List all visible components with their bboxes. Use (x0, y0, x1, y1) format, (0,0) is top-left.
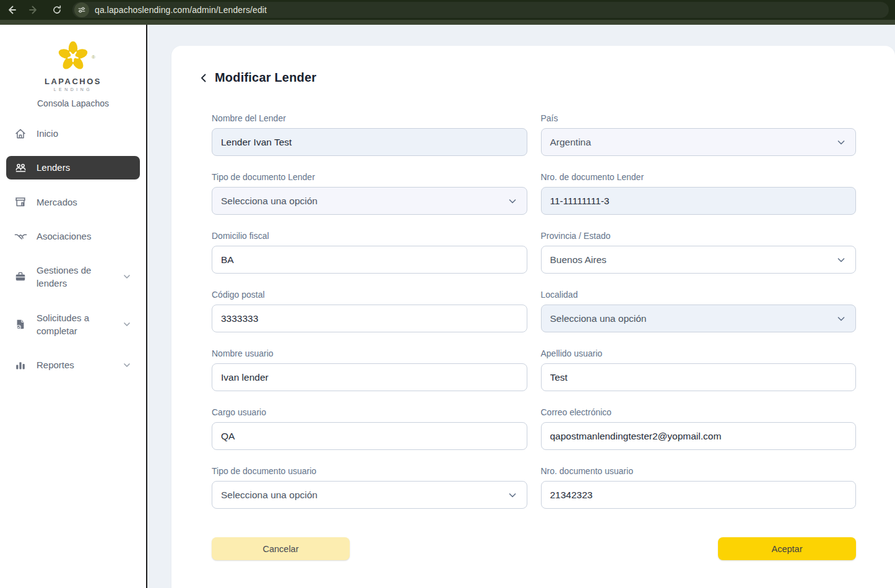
cargo-usuario-input[interactable] (212, 422, 527, 450)
chevron-down-icon (122, 360, 132, 370)
console-label: Consola Lapachos (0, 98, 146, 108)
sidebar-item-label: Lenders (37, 161, 70, 174)
users-icon (14, 162, 28, 174)
provincia-estado-select[interactable]: Buenos Aires (541, 246, 857, 274)
sidebar-item-reportes[interactable]: Reportes (6, 353, 140, 376)
storefront-icon (14, 196, 28, 208)
sidebar-item-label: Reportes (37, 358, 74, 371)
app-window: ® LAPACHOS LENDING Consola Lapachos Inic… (0, 25, 895, 588)
field-domicilio-fiscal: Domicilio fiscal (212, 231, 527, 274)
field-nro-de-documento-lender: Nro. de documento Lender (541, 172, 857, 215)
home-icon (14, 128, 28, 140)
select-value: Selecciona una opción (221, 490, 318, 501)
brand-logo: ® LAPACHOS LENDING Consola Lapachos (0, 25, 146, 108)
main-area: Modificar Lender Nombre del Lender País … (147, 25, 895, 588)
chevron-down-icon (122, 272, 132, 282)
tipo-documento-lender-select[interactable]: Selecciona una opción (212, 187, 527, 215)
page-title: Modificar Lender (215, 71, 316, 85)
field-label: Apellido usuario (541, 348, 857, 358)
chevron-down-icon (836, 313, 847, 324)
field-label: Localidad (541, 290, 857, 300)
chevron-down-icon (836, 254, 847, 266)
field-label: Nro. de documento Lender (541, 172, 857, 182)
field-label: País (541, 113, 857, 123)
chevron-down-icon (507, 196, 518, 207)
sidebar-item-gestiones-de-lenders[interactable]: Gestiones de lenders (6, 259, 140, 295)
url-text[interactable]: qa.lapachoslending.com/admin/Lenders/edi… (95, 5, 267, 15)
sidebar-item-label: Gestiones de lenders (37, 264, 111, 290)
nombre-del-lender-input[interactable] (212, 128, 527, 156)
chevron-down-icon (836, 137, 847, 148)
field-tipo-de-documento-lender: Tipo de documento Lender Selecciona una … (212, 172, 527, 215)
browser-reload-button[interactable] (50, 3, 64, 17)
select-value: Selecciona una opción (221, 196, 318, 207)
field-label: Nombre del Lender (212, 113, 527, 123)
domicilio-fiscal-input[interactable] (212, 246, 527, 274)
field-correo-electronico: Correo electrónico (541, 407, 857, 450)
field-cargo-usuario: Cargo usuario (212, 407, 527, 450)
document-check-icon (14, 318, 28, 331)
chrome-strip (0, 20, 895, 25)
field-label: Código postal (212, 290, 527, 300)
field-label: Domicilio fiscal (212, 231, 527, 241)
sidebar-item-lenders[interactable]: Lenders (6, 156, 140, 179)
field-label: Provincia / Estado (541, 231, 857, 241)
sidebar-item-label: Inicio (37, 127, 58, 140)
correo-electronico-input[interactable] (541, 422, 857, 450)
sidebar-item-label: Asociaciones (37, 230, 91, 243)
field-label: Tipo de documento Lender (212, 172, 527, 182)
pais-select[interactable]: Argentina (541, 128, 857, 156)
nombre-usuario-input[interactable] (212, 363, 527, 391)
field-nro-documento-usuario: Nro. documento usuario (541, 466, 857, 509)
field-pais: País Argentina (541, 113, 857, 156)
browser-back-button[interactable] (4, 3, 18, 17)
brand-tagline: LENDING (0, 87, 146, 92)
field-apellido-usuario: Apellido usuario (541, 348, 857, 391)
sidebar-item-solicitudes-a-completar[interactable]: Solicitudes a completar (6, 306, 140, 343)
cancel-button[interactable]: Cancelar (212, 537, 350, 560)
edit-lender-card: Modificar Lender Nombre del Lender País … (171, 46, 895, 588)
handshake-icon (14, 230, 28, 243)
field-label: Nro. documento usuario (541, 466, 857, 476)
field-nombre-usuario: Nombre usuario (212, 348, 527, 391)
nro-documento-usuario-input[interactable] (541, 481, 857, 509)
field-provincia-estado: Provincia / Estado Buenos Aires (541, 231, 857, 274)
bar-chart-icon (14, 359, 28, 371)
select-value: Selecciona una opción (550, 313, 647, 324)
page-header: Modificar Lender (199, 71, 895, 85)
field-localidad: Localidad Selecciona una opción (541, 290, 857, 332)
apellido-usuario-input[interactable] (541, 363, 857, 391)
browser-chrome: qa.lapachoslending.com/admin/Lenders/edi… (0, 0, 895, 25)
field-codigo-postal: Código postal (212, 290, 527, 332)
field-label: Nombre usuario (212, 348, 527, 358)
field-nombre-del-lender: Nombre del Lender (212, 113, 527, 156)
sidebar-item-label: Mercados (37, 196, 77, 209)
chevron-down-icon (122, 319, 132, 329)
lapachos-flower-icon (56, 40, 90, 73)
chevron-down-icon (507, 490, 518, 501)
sidebar-item-inicio[interactable]: Inicio (6, 122, 140, 145)
browser-forward-button[interactable] (27, 3, 41, 17)
address-bar[interactable]: qa.lapachoslending.com/admin/Lenders/edi… (72, 2, 889, 18)
field-tipo-de-documento-usuario: Tipo de documento usuario Selecciona una… (212, 466, 527, 509)
localidad-select[interactable]: Selecciona una opción (541, 305, 857, 332)
site-settings-icon[interactable] (74, 2, 89, 17)
accept-button[interactable]: Aceptar (718, 537, 856, 560)
select-value: Buenos Aires (550, 254, 607, 266)
sidebar-item-asociaciones[interactable]: Asociaciones (6, 225, 140, 248)
registered-mark: ® (92, 54, 95, 60)
sidebar-item-mercados[interactable]: Mercados (6, 191, 140, 214)
briefcase-icon (14, 270, 28, 283)
sidebar-item-label: Solicitudes a completar (37, 311, 111, 338)
form-actions: Cancelar Aceptar (212, 537, 856, 560)
lender-form: Nombre del Lender País Argentina Tipo de… (212, 113, 856, 525)
field-label: Correo electrónico (541, 407, 857, 417)
field-label: Cargo usuario (212, 407, 527, 417)
nro-documento-lender-input[interactable] (541, 187, 857, 215)
sidebar-nav: Inicio Lenders Mercados Asociaciones (0, 122, 146, 377)
field-label: Tipo de documento usuario (212, 466, 527, 476)
back-button[interactable] (199, 72, 209, 84)
sidebar: ® LAPACHOS LENDING Consola Lapachos Inic… (0, 25, 146, 588)
tipo-documento-usuario-select[interactable]: Selecciona una opción (212, 481, 527, 509)
codigo-postal-input[interactable] (212, 305, 527, 332)
